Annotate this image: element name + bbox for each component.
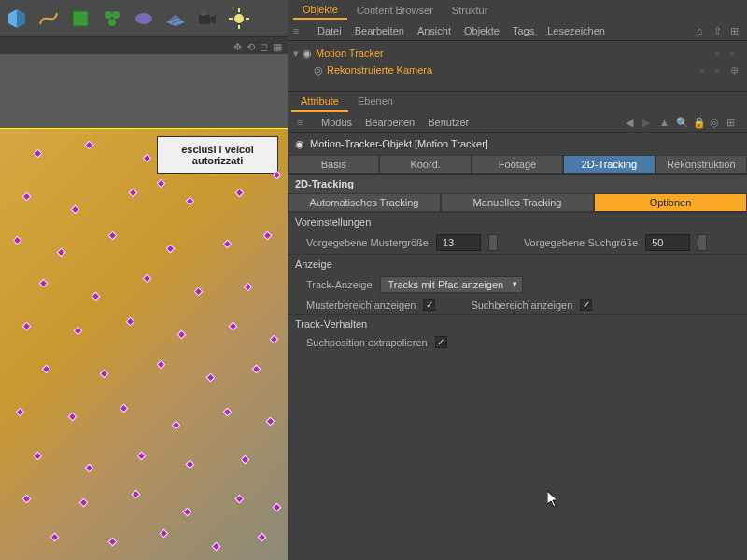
subtab-rekonstruktion[interactable]: Rekonstruktion [655,155,747,174]
svg-point-9 [234,14,244,23]
svg-point-1 [105,11,112,19]
right-panel: Objekte Content Browser Struktur ≡ Datei… [288,0,747,560]
attribute-header-label: Motion-Tracker-Objekt [Motion Tracker] [310,138,488,149]
render-icon[interactable]: ▫ [715,64,726,76]
viewport[interactable]: esclusi i veicol autorizzati [0,54,288,560]
tree-row-child[interactable]: ◎ Rekonstruierte Kamera ▫▫⊕ [293,62,741,78]
panel-menu-icon[interactable]: ≡ [293,25,304,36]
tab-struktur[interactable]: Struktur [443,2,498,19]
render-icon[interactable]: ▫ [730,48,741,59]
tree-child-label[interactable]: Rekonstruierte Kamera [327,64,432,76]
extrapolieren-checkbox[interactable]: ✓ [435,336,447,348]
target-icon[interactable]: ◎ [710,117,721,128]
motion-tracker-object-icon: ◉ [295,138,304,150]
menu-lesezeichen[interactable]: Lesezeichen [547,25,605,36]
tab-attribute[interactable]: Attribute [291,92,348,112]
menu-objekte[interactable]: Objekte [464,25,500,36]
main-toolbar [0,0,288,37]
objects-tab-row: Objekte Content Browser Struktur [288,0,747,21]
nurbs-tool-icon[interactable] [67,6,93,32]
pop-icon[interactable]: ⊞ [726,117,738,128]
attr-panel-menu-icon[interactable]: ≡ [297,117,308,128]
tab-objekte[interactable]: Objekte [293,1,347,20]
tracking-mode-tabs: Automatisches Tracking Manuelles Trackin… [288,193,747,212]
home-icon[interactable]: ⌂ [697,25,708,36]
subtab-basis[interactable]: Basis [288,155,379,174]
musterbereich-label: Musterbereich anzeigen [297,300,416,311]
menu-ansicht[interactable]: Ansicht [417,25,451,36]
link-icon[interactable]: ⟲ [247,41,256,50]
menu-datei[interactable]: Datei [317,25,342,36]
attr-menu-modus[interactable]: Modus [321,117,352,128]
tracktab-manuell[interactable]: Manuelles Tracking [441,193,594,212]
lock-icon[interactable]: 🔒 [693,117,704,128]
tab-content-browser[interactable]: Content Browser [347,2,443,19]
group-voreinstellungen: Voreinstellungen [288,212,747,231]
row-extrapolieren: Suchposition extrapolieren ✓ [288,333,747,351]
suchbereich-checkbox[interactable]: ✓ [580,299,592,311]
boolean-tool-icon[interactable] [131,6,157,32]
visibility-icon[interactable]: ▫ [715,48,726,59]
mustergroesse-label: Vorgegebene Mustergröße [297,237,429,248]
svg-point-3 [108,19,116,26]
row-bereich-checks: Musterbereich anzeigen ✓ Suchbereich anz… [288,296,747,314]
object-tree: ▾ ◉ Motion Tracker ▫▫ ◎ Rekonstruierte K… [288,41,747,91]
suchgroesse-label: Vorgegebene Suchgröße [524,237,638,248]
motion-tracker-icon: ◉ [303,48,312,60]
menu-tags[interactable]: Tags [513,25,534,36]
suchbereich-label: Suchbereich anzeigen [471,300,572,311]
camera-object-icon: ◎ [314,64,323,77]
row-mustergroesse: Vorgegebene Mustergröße Vorgegebene Such… [288,231,747,254]
tab-ebenen[interactable]: Ebenen [348,92,402,112]
mustergroesse-input[interactable] [436,234,481,251]
attr-menu-bearbeiten[interactable]: Bearbeiten [365,117,415,128]
target-icon[interactable]: ⊕ [730,64,741,76]
track-anzeige-dropdown[interactable]: Tracks mit Pfad anzeigen [380,276,524,293]
attr-menu-benutzer[interactable]: Benutzer [428,117,469,128]
nav-fwd-icon[interactable]: ▶ [642,117,654,128]
cube-tool-icon[interactable] [4,6,30,32]
suchgroesse-input[interactable] [645,234,690,251]
musterbereich-checkbox[interactable]: ✓ [423,299,435,311]
tracktab-optionen[interactable]: Optionen [594,193,747,212]
mustergroesse-spinner[interactable] [488,234,498,251]
expand-panel-icon[interactable]: ⊞ [730,25,741,36]
floor-tool-icon[interactable] [162,6,189,32]
nav-up-icon[interactable]: ▲ [659,117,670,128]
expand-icon[interactable]: ◻ [260,41,269,50]
subtab-2d-tracking[interactable]: 2D-Tracking [563,155,655,174]
attribute-sub-tabs: Basis Koord. Footage 2D-Tracking Rekonst… [288,155,747,174]
attribute-menubar: ≡ Modus Bearbeiten Benutzer ◀ ▶ ▲ 🔍 🔒 ◎ … [288,112,747,133]
nav-back-icon[interactable]: ◀ [626,117,637,128]
extrapolieren-label: Suchposition extrapolieren [297,337,428,348]
tree-expand-icon[interactable]: ▾ [293,48,299,60]
track-anzeige-label: Track-Anzeige [297,279,373,290]
group-anzeige: Anzeige [288,254,747,273]
attribute-tab-row: Attribute Ebenen [288,91,747,112]
group-verhalten: Track-Verhalten [288,314,747,333]
camera-tool-icon[interactable] [194,6,220,32]
objects-menubar: ≡ Datei Bearbeiten Ansicht Objekte Tags … [288,21,747,41]
light-tool-icon[interactable] [226,6,252,32]
tracktab-auto[interactable]: Automatisches Tracking [288,193,441,212]
spline-tool-icon[interactable] [35,6,62,32]
cluster-tool-icon[interactable] [99,6,125,32]
suchgroesse-spinner[interactable] [698,234,707,251]
attribute-header: ◉ Motion-Tracker-Objekt [Motion Tracker] [288,133,747,155]
tree-root-label[interactable]: Motion Tracker [316,48,384,59]
menu-bearbeiten[interactable]: Bearbeiten [355,25,404,36]
section-2d-tracking: 2D-Tracking [288,174,747,193]
footage-image: esclusi i veicol autorizzati [0,129,288,560]
up-icon[interactable]: ⇧ [713,25,725,36]
svg-rect-0 [73,11,88,26]
attribute-body-empty [288,351,747,560]
subtab-koord[interactable]: Koord. [379,155,471,174]
svg-point-2 [112,11,120,19]
track-markers [0,129,288,560]
visibility-icon[interactable]: ▫ [700,64,712,76]
search-icon[interactable]: 🔍 [676,117,687,128]
grid-icon[interactable]: ▦ [273,41,282,50]
move-icon[interactable]: ✥ [233,41,243,50]
tree-row-root[interactable]: ▾ ◉ Motion Tracker ▫▫ [293,45,741,62]
subtab-footage[interactable]: Footage [472,155,563,174]
